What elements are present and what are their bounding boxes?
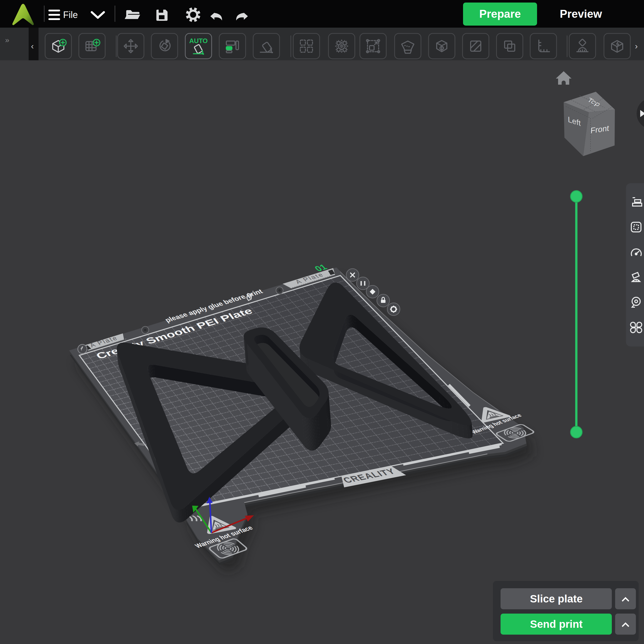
svg-text:Send print: Send print: [530, 618, 583, 630]
svg-text:AUTO: AUTO: [189, 37, 208, 45]
svg-text:»: »: [5, 36, 9, 44]
svg-text:Preview: Preview: [560, 8, 602, 20]
svg-text:Slice plate: Slice plate: [530, 593, 583, 605]
svg-text:‹: ‹: [31, 41, 34, 51]
svg-text:›: ›: [635, 41, 638, 51]
svg-text:Prepare: Prepare: [479, 8, 521, 20]
svg-text:File: File: [63, 10, 78, 20]
